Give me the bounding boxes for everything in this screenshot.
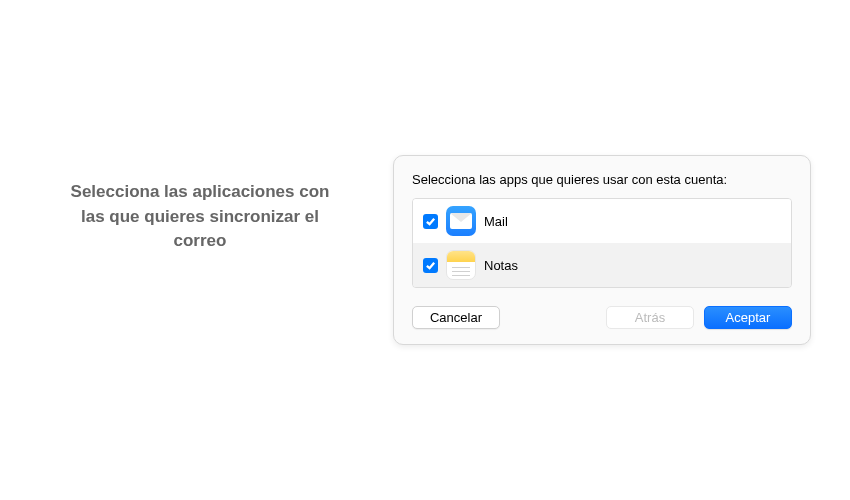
notes-icon	[446, 250, 476, 280]
button-row: Cancelar Atrás Aceptar	[412, 306, 792, 329]
back-button: Atrás	[606, 306, 694, 329]
cancel-button[interactable]: Cancelar	[412, 306, 500, 329]
checkbox-mail[interactable]	[423, 214, 438, 229]
dialog-title: Selecciona las apps que quieres usar con…	[412, 172, 792, 187]
account-apps-dialog: Selecciona las apps que quieres usar con…	[393, 155, 811, 345]
check-icon	[425, 260, 436, 271]
checkbox-notes[interactable]	[423, 258, 438, 273]
app-row-notes[interactable]: Notas	[413, 243, 791, 287]
app-label-mail: Mail	[484, 214, 508, 229]
app-list: Mail Notas	[412, 198, 792, 288]
instruction-text: Selecciona las aplicaciones con las que …	[70, 180, 330, 254]
mail-icon	[446, 206, 476, 236]
accept-button[interactable]: Aceptar	[704, 306, 792, 329]
app-row-mail[interactable]: Mail	[413, 199, 791, 243]
check-icon	[425, 216, 436, 227]
app-label-notes: Notas	[484, 258, 518, 273]
